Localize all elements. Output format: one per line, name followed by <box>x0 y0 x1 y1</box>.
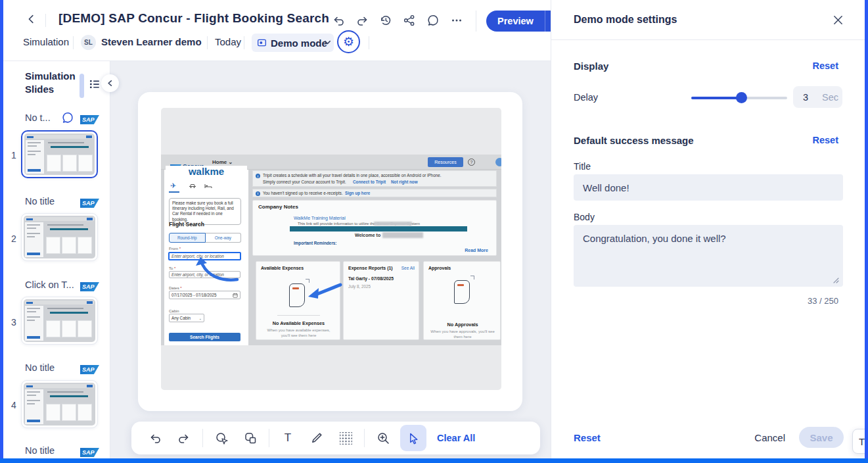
close-icon[interactable] <box>833 14 844 26</box>
sap-logo: SAP <box>80 362 99 374</box>
annotation-arrow-from-field[interactable] <box>194 256 240 283</box>
company-notes-card: Company Notes WalkMe Training Material T… <box>252 200 497 256</box>
select-tool-icon[interactable] <box>400 425 426 451</box>
breadcrumb-simulation[interactable]: Simulation <box>23 36 69 47</box>
body-label: Body <box>574 212 595 222</box>
divider <box>369 36 369 49</box>
slider-knob[interactable] <box>736 92 747 103</box>
info-icon: i <box>256 191 260 196</box>
body-textarea[interactable]: Congratulation, you done it well? <box>574 225 843 287</box>
tripit-alert: i Tripit creates a schedule with all you… <box>252 170 497 187</box>
divider <box>269 429 269 447</box>
connect-tripit-link: Connect to Tripit <box>353 180 386 185</box>
company-notes-title: Company Notes <box>258 204 298 210</box>
flight-tab-icon: ✈ <box>170 182 176 190</box>
resources-button: Resources <box>428 157 463 167</box>
divider <box>244 36 244 49</box>
success-section-title: Default success message <box>574 135 694 146</box>
slide-title[interactable]: No title <box>25 445 55 456</box>
divider <box>364 429 365 447</box>
redo-icon[interactable] <box>356 14 369 27</box>
trip-type-toggle: Round-trip One-way <box>169 233 241 243</box>
pen-tool-icon[interactable] <box>302 424 331 452</box>
delay-value-box[interactable]: 3 Sec <box>793 86 842 108</box>
training-banner-bar <box>290 226 467 232</box>
slide-title[interactable]: No title <box>25 362 55 373</box>
undo-icon[interactable] <box>332 14 345 27</box>
sidebar-collapse-button[interactable] <box>101 74 119 92</box>
demo-settings-panel: Demo mode settings Display Reset Delay 3… <box>551 0 865 460</box>
title-input[interactable]: Well done! <box>574 174 843 201</box>
slide-title[interactable]: Click on T... <box>25 280 74 290</box>
cancel-button[interactable]: Cancel <box>754 432 785 443</box>
demo-mode-icon <box>257 38 267 47</box>
demo-mode-chip[interactable]: Demo mode <box>252 34 334 52</box>
slide-thumbnail-3[interactable] <box>21 297 98 345</box>
sidebar-accent-bar <box>80 74 84 98</box>
slider-fill <box>691 97 741 99</box>
app-root: [DEMO] SAP Concur - Flight Booking Searc… <box>0 0 868 463</box>
ereceipt-alert: i You haven't signed up to receive e-rec… <box>252 189 497 197</box>
delay-slider[interactable] <box>691 92 787 104</box>
toolbar-undo-icon[interactable] <box>141 424 170 452</box>
comment-icon[interactable] <box>426 14 440 27</box>
editor-header: [DEMO] SAP Concur - Flight Booking Searc… <box>3 0 551 61</box>
char-counter: 33 / 250 <box>808 296 838 306</box>
window-edge-left <box>0 0 3 463</box>
slide-thumbnail-4[interactable] <box>21 380 98 428</box>
expense-reports-card: Expense Reports (1) See All Tal Garty - … <box>343 261 419 340</box>
hotel-tab-icon <box>204 183 212 189</box>
annotation-arrow-expenses[interactable] <box>307 280 342 301</box>
page-title: [DEMO] SAP Concur - Flight Booking Searc… <box>58 11 329 26</box>
demo-settings-gear-button[interactable]: ⚙ <box>337 30 360 53</box>
share-icon[interactable] <box>403 14 416 27</box>
breadcrumb-user[interactable]: Steven Learner demo <box>101 36 202 47</box>
sap-logo: SAP <box>80 445 99 457</box>
history-icon[interactable] <box>379 14 392 27</box>
success-reset-link[interactable]: Reset <box>813 135 839 145</box>
welcome-text: Welcome to <box>355 233 380 237</box>
concur-screenshot[interactable]: SAPConcur Home ⌄ Resources ? walkme ✈ Pl… <box>161 108 501 390</box>
redacted-blur <box>374 222 412 226</box>
reminders-text: Important Reminders: <box>294 241 336 245</box>
mode-chevron-down-icon[interactable] <box>323 38 332 47</box>
divider <box>202 429 203 447</box>
slide-thumbnail-2[interactable] <box>21 213 98 261</box>
more-options-icon[interactable] <box>450 14 463 27</box>
empty-expenses-icon <box>289 283 305 307</box>
editor-canvas[interactable]: SAPConcur Home ⌄ Resources ? walkme ✈ Pl… <box>110 61 551 463</box>
sap-logo: SAP <box>80 112 99 124</box>
slide-thumbnail-1[interactable] <box>21 130 98 178</box>
read-more-link: Read More <box>465 248 488 253</box>
display-section-title: Display <box>574 61 608 72</box>
toolbar-redo-icon[interactable] <box>170 424 198 452</box>
clear-all-button[interactable]: Clear All <box>437 433 475 443</box>
avatar[interactable]: SL <box>81 35 96 50</box>
text-tool-icon[interactable]: T <box>273 424 302 452</box>
list-view-icon[interactable] <box>89 78 101 90</box>
window-edge-right <box>865 0 868 463</box>
slide-number: 3 <box>9 317 19 328</box>
divider <box>277 315 320 316</box>
divider <box>476 11 476 32</box>
resize-handle-icon[interactable] <box>833 278 839 283</box>
slide-title[interactable]: No title <box>25 196 55 207</box>
shapes-tool-icon[interactable] <box>236 424 265 452</box>
delay-value[interactable]: 3 <box>793 86 818 108</box>
zoom-tool-icon[interactable] <box>369 424 398 452</box>
save-button[interactable]: Save <box>799 427 844 448</box>
click-indicator-tool-icon[interactable] <box>207 424 236 452</box>
display-reset-link[interactable]: Reset <box>813 61 839 71</box>
sap-logo: SAP <box>80 280 99 291</box>
slide-number: 2 <box>9 233 19 244</box>
footer-reset-link[interactable]: Reset <box>574 432 601 443</box>
see-all-link: See All <box>401 266 415 270</box>
back-button[interactable] <box>26 13 37 25</box>
demo-mode-label: Demo mode <box>271 37 327 49</box>
panel-header: Demo mode settings <box>551 0 865 40</box>
preview-button[interactable]: Preview <box>486 16 545 26</box>
blur-tool-icon[interactable] <box>331 424 360 452</box>
slide-title[interactable]: No t... <box>25 112 51 123</box>
report-item-date: July 8, 2025 <box>348 284 371 289</box>
slide-comment-icon[interactable] <box>61 111 74 124</box>
